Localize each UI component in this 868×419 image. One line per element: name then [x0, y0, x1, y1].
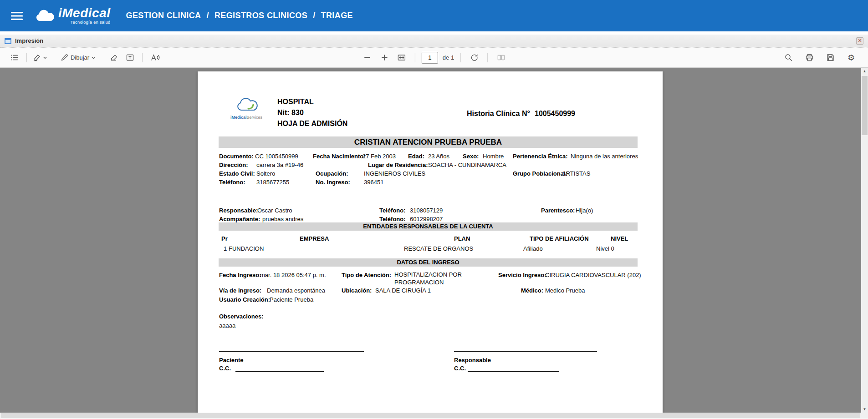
read-aloud-button[interactable] [148, 51, 162, 65]
medico-label: Médico: [521, 287, 543, 294]
fit-to-width-icon [397, 53, 406, 62]
scroll-down-arrow[interactable]: ▼ [861, 406, 868, 413]
historia-clinica-label: Historia Clínica N° [467, 110, 530, 118]
search-button[interactable] [781, 51, 795, 65]
app-header: iMedical Tecnología en salud GESTION CLI… [0, 0, 868, 31]
grupo-poblacional-label: Grupo Poblacional: [513, 170, 567, 177]
eraser-icon [109, 53, 118, 62]
col-header-empresa: EMPRESA [300, 235, 329, 242]
hamburger-icon [11, 11, 23, 20]
firma-responsable-label: Responsable [454, 357, 491, 364]
ocupacion-label: Ocupación: [316, 170, 348, 177]
servicio-ingreso-label: Servicio Ingreso: [498, 272, 546, 279]
historia-clinica-number: 1005450999 [535, 110, 575, 118]
via-ingreso-label: Vía de ingreso: [219, 287, 261, 294]
toolbar-separator [26, 53, 27, 62]
responsable-telefono-label: Teléfono: [379, 207, 406, 214]
sexo-value: Hombre [483, 153, 504, 160]
gear-icon: ⚙ [848, 54, 855, 62]
tipo-atencion-value: HOSPITALIZACION POR PROGRAMACION [394, 271, 485, 286]
fecha-nacimiento-label: Fecha Nacimiento: [313, 153, 366, 160]
hamburger-menu-button[interactable] [11, 11, 23, 20]
print-button[interactable] [802, 51, 816, 65]
search-icon [784, 53, 793, 62]
save-button[interactable] [823, 51, 837, 65]
breadcrumb-item-triage[interactable]: TRIAGE [321, 11, 353, 20]
signature-line-responsable [454, 351, 597, 352]
toolbar-separator [142, 53, 143, 62]
save-icon [826, 53, 835, 62]
tipo-atencion-label: Tipo de Atención: [342, 272, 391, 279]
edad-label: Edad: [408, 153, 424, 160]
breadcrumb-item-gestion-clinica[interactable]: GESTION CLINICA [126, 11, 201, 20]
acompanante-telefono-value: 6012998207 [410, 216, 443, 223]
pdf-toolbar: Dibujar [0, 47, 868, 68]
edad-value: 23 Años [428, 153, 449, 160]
breadcrumb: GESTION CLINICA / REGISTROS CLINICOS / T… [126, 11, 352, 20]
draw-button[interactable]: Dibujar [57, 51, 98, 65]
brand-name: iMedical [58, 7, 110, 20]
zoom-in-button[interactable] [378, 51, 391, 65]
toolbar-separator [460, 53, 461, 62]
brand-tagline: Tecnología en salud [58, 20, 110, 25]
breadcrumb-separator: / [313, 11, 315, 20]
cc-responsable-label: C.C. [454, 365, 466, 372]
pdf-viewer: iMedicalServices HOSPITAL Nit: 830 HOJA … [0, 68, 868, 419]
cc-line-responsable [468, 371, 559, 372]
breadcrumb-item-registros-clinicos[interactable]: REGISTROS CLINICOS [214, 11, 307, 20]
header-gap [0, 31, 868, 35]
fit-to-width-button[interactable] [395, 51, 408, 65]
entidad-row-tipo-afiliacion: Afiliado [523, 245, 543, 252]
minus-icon [363, 53, 371, 62]
close-icon: ✕ [858, 38, 862, 43]
settings-button[interactable]: ⚙ [844, 51, 858, 65]
responsable-label: Responsable: [219, 207, 258, 214]
entidad-row-plan: RESCATE DE ORGANOS [404, 245, 473, 252]
no-ingreso-label: No. Ingreso: [316, 179, 350, 186]
no-ingreso-value: 396451 [364, 179, 383, 186]
print-window-titlebar: Impresión ✕ [0, 35, 868, 47]
hospital-logo-caption: iMedicalServices [230, 115, 262, 120]
entidad-row-pr: 1 [224, 245, 227, 252]
sexo-label: Sexo: [463, 153, 479, 160]
text-box-icon [126, 53, 134, 62]
responsable-telefono-value: 3108057129 [410, 207, 443, 214]
usuario-creacion-label: Usuario Creación: [219, 296, 270, 303]
horizontal-scrollbar[interactable] [0, 413, 861, 419]
scrollbar-corner [861, 413, 868, 419]
lugar-residencia-value: SOACHA - CUNDINAMARCA [428, 162, 506, 169]
ubicacion-label: Ubicación: [342, 287, 372, 294]
erase-button[interactable] [107, 51, 120, 65]
chevron-down-icon [43, 56, 47, 60]
acompanante-telefono-label: Teléfono: [379, 216, 406, 223]
zoom-out-button[interactable] [360, 51, 374, 65]
estado-civil-label: Estado Civil: [219, 170, 255, 177]
col-header-pr: Pr [221, 235, 228, 242]
close-window-button[interactable]: ✕ [856, 37, 863, 45]
ubicacion-value: SALA DE CIRUGÍA 1 [375, 287, 431, 294]
add-text-button[interactable] [123, 51, 137, 65]
acompanante-value: pruebas andres [262, 216, 303, 223]
page-number-input[interactable] [422, 52, 438, 64]
signature-line-paciente [219, 351, 364, 352]
scroll-up-arrow[interactable]: ▲ [861, 68, 868, 75]
entidades-section-header: ENTIDADES RESPONSABLES DE LA CUENTA [219, 222, 638, 231]
page-view-button [494, 51, 508, 65]
page-count-label: de 1 [443, 54, 454, 61]
direccion-value: carrera 3a #19-46 [256, 162, 303, 169]
grupo-poblacional-value: ARTISTAS [562, 170, 590, 177]
via-ingreso-value: Demanda espontánea [267, 287, 325, 294]
horizontal-scrollbar-thumb[interactable] [1, 413, 860, 418]
vertical-scrollbar-thumb[interactable] [862, 76, 868, 135]
rotate-button[interactable] [467, 51, 481, 65]
parentesco-value: Hija(o) [576, 207, 593, 214]
app-logo[interactable]: iMedical Tecnología en salud [35, 7, 110, 25]
servicio-ingreso-value: CIRUGIA CARDIOVASCULAR (202) [545, 272, 641, 279]
datos-ingreso-section-header: DATOS DEL INGRESO [219, 258, 638, 267]
plus-icon [380, 53, 388, 62]
sheet-title: HOJA DE ADMISIÓN [277, 120, 347, 128]
table-of-contents-button[interactable] [7, 51, 21, 65]
table-of-contents-icon [10, 53, 19, 62]
vertical-scrollbar[interactable]: ▲ ▼ [861, 68, 868, 413]
highlight-button[interactable] [32, 51, 47, 65]
